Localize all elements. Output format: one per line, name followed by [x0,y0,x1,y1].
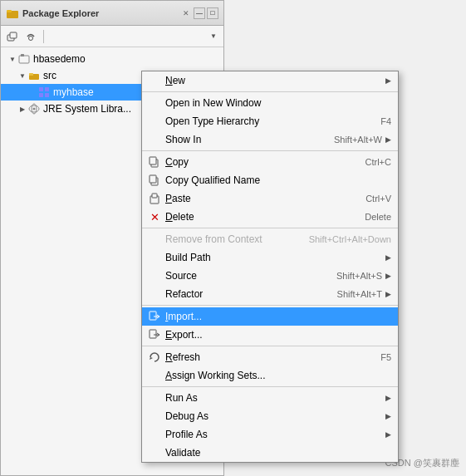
menu-label-copy-qualified: Copy Qualified Name [165,174,391,186]
maximize-button[interactable]: □ [207,7,218,19]
toolbar-separator [43,30,44,43]
menu-item-export[interactable]: Export... [142,326,398,344]
menu-shortcut-paste: Ctrl+V [365,194,391,204]
menu-shortcut-delete: Delete [365,212,391,222]
view-menu-button[interactable]: ▼ [207,28,220,45]
panel-close-button[interactable]: ✕ [180,8,192,18]
svg-rect-9 [39,87,43,91]
menu-item-refactor[interactable]: Refactor Shift+Alt+T ▶ [142,285,398,303]
menu-item-debug-as[interactable]: Debug As ▶ [142,407,398,425]
menu-icon-copy-qualified [147,174,162,187]
svg-rect-3 [10,32,17,38]
context-menu: New ▶ Open in New Window Open Type Hiera… [141,71,399,463]
menu-icon-profile-as [147,428,162,441]
link-editor-button[interactable] [22,28,39,45]
tree-item-hbasedemo[interactable]: ▼ hbasedemo [1,51,223,67]
menu-arrow-run-as: ▶ [385,394,391,402]
menu-item-import[interactable]: Import... [142,307,398,326]
menu-label-delete: Delete [165,211,348,223]
tree-arrow-src: ▼ [17,72,27,80]
menu-item-refresh[interactable]: Refresh F5 [142,348,398,366]
menu-sep-5 [142,346,398,346]
menu-item-profile-as[interactable]: Profile As ▶ [142,425,398,444]
menu-item-show-in[interactable]: Show In Shift+Alt+W ▶ [142,130,398,149]
menu-icon-validate [147,446,162,459]
menu-item-open-window[interactable]: Open in New Window [142,94,398,112]
menu-shortcut-open-type: F4 [380,116,391,126]
svg-rect-10 [45,87,49,91]
panel-toolbar: ▼ [1,26,223,47]
menu-item-assign-working-sets[interactable]: Assign Working Sets... [142,366,398,385]
menu-icon-import [147,310,162,323]
tree-label-jre: JRE System Libra... [43,103,131,115]
menu-label-profile-as: Profile As [165,429,382,440]
menu-label-export: Export... [165,329,391,341]
menu-label-paste: Paste [165,193,349,204]
menu-item-copy[interactable]: Copy Ctrl+C [142,153,398,171]
menu-shortcut-refresh: F5 [380,352,391,362]
menu-item-validate[interactable]: Validate [142,444,398,462]
menu-label-copy: Copy [165,156,349,168]
menu-item-remove-context[interactable]: Remove from Context Shift+Ctrl+Alt+Down [142,230,398,248]
menu-arrow-show-in: ▶ [385,135,391,144]
tree-label-myhbase: myhbase [53,86,94,98]
menu-label-open-type-hierarchy: Open Type Hierarchy [165,115,364,127]
menu-sep-2 [142,150,398,151]
svg-point-15 [33,108,36,110]
jre-icon [27,102,41,115]
collapse-all-button[interactable] [4,28,21,45]
minimize-button[interactable]: — [194,7,205,19]
svg-rect-1 [7,10,12,12]
tree-arrow-hbasedemo: ▼ [7,56,17,63]
folder-icon-src [27,69,41,82]
menu-icon-open-window [147,96,162,110]
menu-sep-3 [142,228,398,228]
menu-label-show-in: Show In [165,134,317,145]
menu-item-paste[interactable]: Paste Ctrl+V [142,189,398,208]
svg-rect-8 [29,73,33,76]
menu-arrow-new: ▶ [385,76,391,85]
menu-arrow-debug-as: ▶ [385,412,391,420]
menu-shortcut-copy: Ctrl+C [365,157,391,167]
svg-point-4 [29,36,33,40]
menu-item-delete[interactable]: ✕ Delete Delete [142,208,398,226]
menu-sep-6 [142,386,398,387]
menu-item-copy-qualified[interactable]: Copy Qualified Name [142,171,398,189]
tree-label-hbasedemo: hbasedemo [33,53,86,65]
menu-item-open-type-hierarchy[interactable]: Open Type Hierarchy F4 [142,112,398,130]
menu-icon-assign-working-sets [147,369,162,382]
svg-rect-17 [150,157,156,164]
menu-shortcut-source: Shift+Alt+S [336,271,382,281]
menu-arrow-source: ▶ [385,272,391,280]
menu-icon-source [147,269,162,282]
menu-arrow-profile-as: ▶ [385,430,391,439]
menu-item-run-as[interactable]: Run As ▶ [142,389,398,407]
svg-rect-11 [39,93,43,97]
menu-label-new: New [165,75,382,86]
svg-rect-12 [45,93,49,97]
panel-header: Package Explorer ✕ — □ [1,1,223,26]
menu-item-new[interactable]: New ▶ [142,71,398,90]
menu-icon-new [147,74,162,87]
menu-label-assign-working-sets: Assign Working Sets... [165,370,391,381]
panel-folder-icon [6,7,19,20]
menu-item-source[interactable]: Source Shift+Alt+S ▶ [142,267,398,285]
menu-arrow-build-path: ▶ [385,253,391,262]
svg-rect-5 [19,56,29,63]
menu-label-run-as: Run As [165,392,382,404]
menu-sep-4 [142,305,398,306]
svg-rect-19 [150,175,156,183]
menu-label-open-window: Open in New Window [165,97,391,109]
menu-icon-run-as [147,391,162,405]
menu-label-debug-as: Debug As [165,410,382,422]
menu-icon-refactor [147,287,162,301]
svg-rect-6 [21,54,24,56]
menu-shortcut-refactor: Shift+Alt+T [337,289,382,299]
menu-item-build-path[interactable]: Build Path ▶ [142,248,398,267]
menu-icon-copy [147,155,162,169]
menu-label-remove-context: Remove from Context [165,233,292,245]
svg-rect-21 [152,194,157,198]
menu-icon-refresh [147,351,162,364]
menu-label-import: Import... [165,311,391,322]
menu-icon-remove-context [147,233,162,246]
